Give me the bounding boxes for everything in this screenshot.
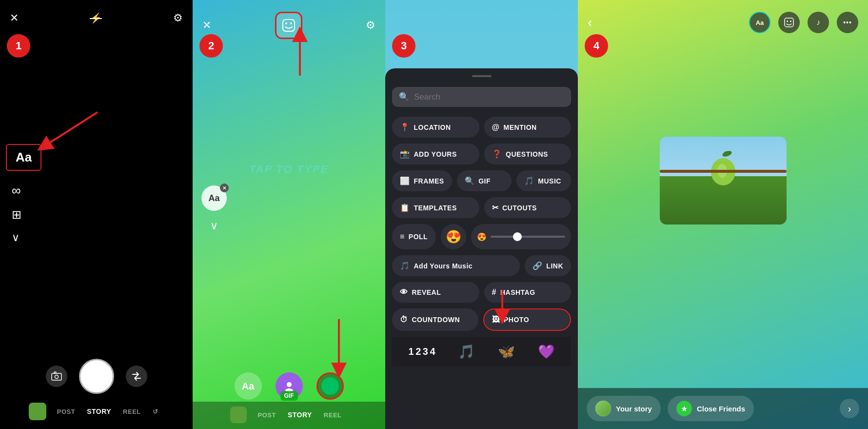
sticker-button-highlighted[interactable]: [275, 12, 302, 39]
drawer-handle: [472, 75, 492, 77]
poll-icon: ≡: [400, 232, 405, 241]
frames-label: FRAMES: [414, 177, 444, 185]
cutouts-label: CUTOUTS: [502, 204, 537, 212]
svg-rect-1: [52, 373, 61, 380]
nav-tab-story[interactable]: STORY: [81, 408, 117, 415]
link-label: LINK: [546, 262, 563, 270]
panel-4: ‹ Aa ♪ ••• 4: [578, 0, 868, 429]
sticker-row-6: 🎵 Add Yours Music 🔗 LINK: [392, 255, 571, 276]
slider-thumb: [513, 232, 522, 241]
sticker-templates[interactable]: 📋 TEMPLATES: [392, 197, 479, 218]
panel2-settings-icon[interactable]: ⚙: [366, 19, 375, 32]
panel2-nav-reel[interactable]: REEL: [318, 411, 348, 419]
nav-tab-reel[interactable]: REEL: [117, 408, 147, 415]
reveal-icon: 👁: [400, 288, 408, 297]
flip-camera-icon[interactable]: [126, 366, 147, 387]
text-tool-active[interactable]: Aa ✕: [201, 185, 227, 211]
flash-icon[interactable]: ⚡: [90, 12, 102, 24]
app-icon-2: [230, 407, 247, 423]
butterfly-icon[interactable]: 🦋: [498, 344, 515, 360]
svg-rect-3: [54, 372, 56, 373]
panel-1: ✕ ⚡ ⚙ 1 Aa ∞ ⊞ ∨: [0, 0, 193, 429]
settings-icon[interactable]: ⚙: [173, 12, 183, 24]
camera-roll-icon[interactable]: [46, 366, 67, 387]
panel2-nav-post[interactable]: POST: [252, 411, 281, 419]
app-icon-1: [29, 403, 46, 420]
svg-rect-12: [785, 18, 793, 27]
sticker-add-yours[interactable]: 📸 ADD YOURS: [392, 143, 479, 164]
sticker-frames[interactable]: ⬜ FRAMES: [392, 170, 452, 191]
svg-point-15: [721, 150, 732, 158]
loop-icon[interactable]: ∞: [12, 183, 21, 198]
emoji-slider-face: 😍: [477, 232, 487, 242]
questions-label: QUESTIONS: [506, 150, 548, 158]
svg-line-0: [44, 112, 98, 146]
countdown-numbers-icon[interactable]: 1 2 3 4: [408, 346, 434, 357]
your-story-button[interactable]: Your story: [587, 396, 661, 421]
sticker-poll[interactable]: ≡ POLL: [392, 224, 436, 249]
sticker-reveal[interactable]: 👁 REVEAL: [392, 282, 479, 303]
panel4-back-button[interactable]: ‹: [588, 15, 592, 30]
step-badge-4: 4: [585, 34, 608, 58]
sticker-hashtag[interactable]: # HASHTAG: [484, 282, 572, 303]
panel4-top-bar: ‹ Aa ♪ •••: [578, 0, 868, 38]
close-friends-button[interactable]: ★ Close Friends: [668, 396, 754, 421]
sticker-row-8: ⏱ COUNTDOWN 🖼 PHOTO: [392, 308, 571, 331]
panel2-close-button[interactable]: ✕: [202, 19, 211, 32]
sticker-drawer: 🔍 📍 LOCATION @ MENTION 📸 ADD YOURS ❓ QUE…: [385, 68, 578, 429]
emoji-face-circle[interactable]: 😍: [441, 224, 466, 249]
sticker-photo[interactable]: 🖼 PHOTO: [483, 308, 572, 331]
layout-icon[interactable]: ⊞: [12, 208, 21, 222]
nav-refresh-icon[interactable]: ↺: [147, 408, 164, 415]
sticker-cutouts[interactable]: ✂ CUTOUTS: [484, 197, 572, 218]
search-bar[interactable]: 🔍: [392, 87, 571, 107]
countdown-label: COUNTDOWN: [412, 316, 460, 324]
close-button[interactable]: ✕: [10, 12, 19, 24]
sticker-location[interactable]: 📍 LOCATION: [392, 117, 479, 138]
panel-2: ✕ ⚙ 2 TAP TO TYPE Aa ✕ ∨ Aa: [193, 0, 385, 429]
sticker-add-yours-music[interactable]: 🎵 Add Yours Music: [392, 255, 520, 276]
chevron-down-icon[interactable]: ∨: [12, 231, 21, 244]
svg-point-14: [790, 20, 791, 22]
templates-icon: 📋: [400, 203, 410, 212]
sticker-gif[interactable]: 🔍 GIF: [457, 170, 512, 191]
step-badge-3: 3: [392, 34, 415, 58]
svg-point-13: [787, 20, 788, 22]
search-input[interactable]: [414, 92, 564, 102]
photo-icon: 🖼: [492, 315, 500, 324]
photo-label: PHOTO: [504, 316, 529, 324]
chevron-down-panel2[interactable]: ∨: [210, 220, 218, 232]
nav-tab-post[interactable]: POST: [51, 408, 81, 415]
sticker-row-7: 👁 REVEAL # HASHTAG: [392, 282, 571, 303]
sticker-music[interactable]: 🎵 MUSIC: [516, 170, 571, 191]
hashtag-label: HASHTAG: [500, 288, 535, 296]
photo-preview[interactable]: [660, 137, 787, 225]
sticker-countdown[interactable]: ⏱ COUNTDOWN: [392, 308, 478, 331]
sticker-row-5: ≡ POLL 😍 😍: [392, 224, 571, 249]
gif-btn[interactable]: GIF: [193, 391, 385, 401]
panel4-music-icon[interactable]: ♪: [808, 12, 829, 33]
panel2-nav-story[interactable]: STORY: [282, 411, 318, 419]
add-yours-label: ADD YOURS: [414, 150, 457, 158]
panel2-top-bar: ✕ ⚙: [193, 0, 385, 44]
emoji-slider[interactable]: 😍: [471, 224, 571, 249]
shutter-button[interactable]: [79, 359, 114, 394]
slider-track[interactable]: [491, 236, 565, 238]
sound-icon[interactable]: 🎵: [458, 344, 475, 360]
heart-icon[interactable]: 💜: [538, 344, 555, 360]
tap-to-type-text[interactable]: TAP TO TYPE: [249, 163, 329, 176]
questions-icon: ❓: [492, 149, 502, 159]
search-icon: 🔍: [399, 92, 409, 102]
panel4-sticker-icon[interactable]: [778, 12, 800, 33]
panel4-text-icon[interactable]: Aa: [749, 12, 770, 33]
music-icon: 🎵: [524, 176, 534, 185]
sticker-link[interactable]: 🔗 LINK: [525, 255, 571, 276]
sticker-questions[interactable]: ❓ QUESTIONS: [484, 143, 572, 164]
text-bubble-close[interactable]: ✕: [220, 184, 229, 192]
sticker-mention[interactable]: @ MENTION: [484, 117, 572, 138]
arrow-right-button[interactable]: ›: [840, 399, 859, 418]
text-tool-button[interactable]: Aa: [6, 144, 41, 171]
panel4-more-icon[interactable]: •••: [837, 12, 858, 33]
frames-icon: ⬜: [400, 176, 410, 185]
svg-point-2: [55, 375, 58, 379]
